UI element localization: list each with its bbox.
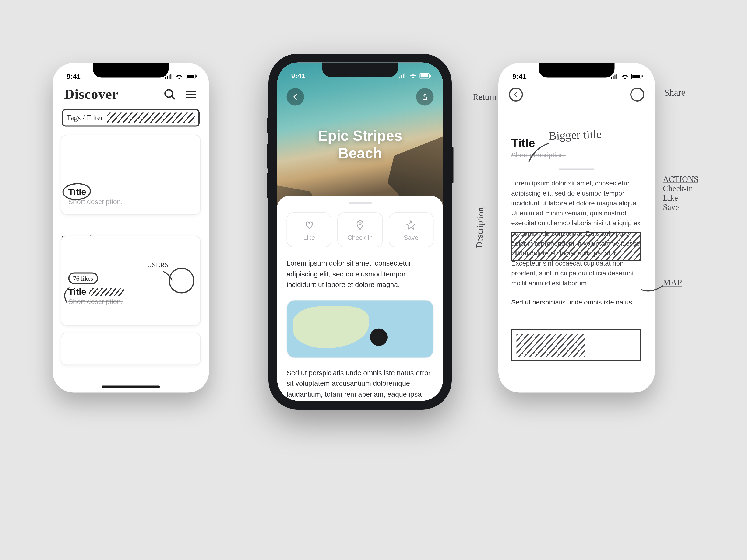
svg-rect-9: [421, 75, 428, 77]
heart-icon: [304, 220, 314, 231]
share-button[interactable]: [630, 87, 644, 102]
card-desc: Short description.: [69, 297, 193, 306]
content-sheet: Like Check-in Save Lorem ipsum dolor sit…: [277, 196, 443, 401]
card-title: Title: [69, 187, 86, 197]
actions-row: Like Check-in Save: [287, 212, 434, 247]
hero-nav: [277, 88, 443, 106]
card-desc: Short description.: [69, 198, 193, 206]
battery-icon: [186, 74, 197, 79]
detail-desc: Short description.: [498, 151, 655, 167]
status-icons: [399, 73, 431, 79]
actions-scratch-box: [511, 232, 642, 261]
battery-icon: [420, 73, 431, 79]
body-paragraph-1: Lorem ipsum dolor sit amet, consectetur …: [287, 258, 434, 290]
notch: [539, 63, 615, 78]
tags-filter-label: Tags / Filter: [67, 113, 103, 123]
vol-up: [267, 144, 269, 169]
share-button[interactable]: [416, 88, 434, 106]
notch: [322, 62, 398, 77]
annotation-actions: ACTIONS Check-in Like Save: [663, 175, 698, 212]
back-button[interactable]: [287, 88, 304, 106]
scribble: [107, 113, 195, 123]
pin-icon: [355, 220, 365, 231]
mute-switch: [267, 118, 269, 133]
body-paragraph-2: Sed ut perspiciatis unde omnis iste natu…: [287, 367, 434, 401]
scribble: [89, 288, 124, 296]
status-time: 9:41: [291, 72, 305, 80]
map-pin-icon: [370, 328, 387, 346]
phone-realistic-frame: 9:41 Epic Stripes Beach: [268, 54, 452, 409]
likes-pill: 76 likes: [69, 272, 98, 284]
svg-rect-2: [196, 75, 197, 77]
users-avatar-circle: [169, 268, 195, 294]
chevron-left-icon: [513, 92, 519, 98]
grabber-handle[interactable]: [349, 202, 372, 204]
annotation-arrow: [639, 284, 667, 301]
discover-card-2[interactable]: USERS 76 likes Title Short description.: [61, 236, 201, 325]
power-button: [452, 147, 454, 183]
discover-card-3[interactable]: [61, 332, 201, 365]
phone-realistic: 9:41 Epic Stripes Beach: [277, 62, 443, 401]
save-button[interactable]: Save: [388, 212, 434, 247]
map-scratch-box: [511, 329, 642, 361]
svg-point-11: [359, 223, 361, 225]
wifi-icon: [621, 74, 629, 79]
tags-filter-chip[interactable]: Tags / Filter: [62, 109, 200, 127]
divider: [559, 169, 594, 170]
svg-rect-14: [642, 75, 643, 77]
vol-down: [267, 174, 269, 198]
svg-rect-10: [430, 75, 431, 77]
annotation-arrow: [526, 142, 552, 166]
annotation-share: Share: [664, 87, 686, 98]
annotation-users: USERS: [147, 261, 169, 270]
status-time: 9:41: [512, 72, 526, 80]
battery-icon: [632, 74, 643, 79]
wifi-icon: [175, 74, 183, 79]
svg-rect-13: [633, 75, 640, 78]
discover-header: Discover: [53, 83, 209, 105]
annotation-description: Description: [474, 207, 486, 248]
likes-arrow: [60, 285, 74, 306]
detail-body-2: Sed ut perspiciatis unde omnis iste natu…: [498, 295, 655, 315]
home-indicator: [102, 386, 160, 388]
status-time: 9:41: [67, 72, 80, 80]
menu-icon[interactable]: [184, 88, 197, 101]
svg-line-4: [171, 96, 175, 99]
hero-image: 9:41 Epic Stripes Beach: [277, 62, 443, 206]
detail-title: Title: [498, 102, 655, 151]
svg-point-3: [165, 89, 173, 97]
annotation-bigger-title: Bigger title: [548, 127, 601, 142]
status-icons: [164, 74, 197, 79]
star-icon: [406, 220, 416, 231]
svg-rect-1: [186, 75, 194, 78]
save-label: Save: [404, 234, 418, 241]
share-icon: [422, 93, 428, 100]
card-image-placeholder: [69, 143, 193, 181]
checkin-label: Check-in: [347, 234, 373, 241]
annotation-return: Return: [473, 92, 496, 102]
chevron-left-icon: [292, 94, 298, 100]
back-button[interactable]: [509, 87, 523, 102]
detail-nav: [498, 83, 655, 102]
wifi-icon: [409, 73, 417, 79]
map-landmass: [293, 306, 369, 348]
checkin-button[interactable]: Check-in: [338, 212, 383, 247]
discover-title: Discover: [64, 86, 119, 102]
signal-icon: [399, 73, 407, 79]
discover-card-1[interactable]: Title Short description.: [61, 135, 201, 215]
map-preview[interactable]: [287, 300, 434, 358]
hero-title: Epic Stripes Beach: [318, 126, 402, 161]
like-button[interactable]: Like: [287, 212, 332, 247]
search-icon[interactable]: [163, 88, 176, 101]
phone-annotated: 9:41 Title Short description. Lorem ipsu…: [498, 63, 655, 393]
phone-discover: 9:41 Discover Tags / Filter Title Short: [53, 63, 209, 393]
notch: [93, 63, 169, 78]
status-icons: [611, 74, 643, 79]
like-label: Like: [303, 234, 315, 241]
